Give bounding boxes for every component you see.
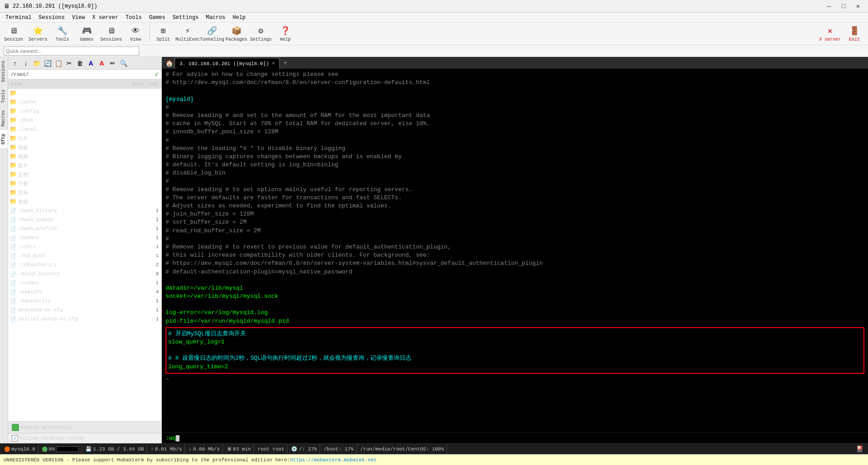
menu-terminal[interactable]: Terminal: [2, 14, 35, 22]
list-item[interactable]: 📁文档: [8, 170, 161, 179]
term-line: # Binary logging captures changes betwee…: [165, 153, 864, 161]
list-item[interactable]: 📁视频: [8, 152, 161, 161]
fp-new-folder-btn[interactable]: 📁: [32, 58, 42, 68]
file-name: 图片: [17, 162, 129, 169]
list-item[interactable]: 📄.bash_profile1: [8, 224, 161, 233]
list-item[interactable]: 📄.ICEauthority2: [8, 260, 161, 269]
fp-delete-btn[interactable]: 🗑: [75, 58, 85, 68]
menu-view[interactable]: View: [68, 14, 89, 22]
term-line: # Adjust sizes as needed, experiment to …: [165, 202, 864, 210]
list-item[interactable]: 📄.mysql_history0: [8, 269, 161, 278]
file-name: .dbus: [17, 117, 129, 123]
list-item[interactable]: 📄.Xauthority1: [8, 296, 161, 305]
disk-root-text: /: 27%: [299, 446, 317, 452]
mobatek-link[interactable]: https://mobaxterm.mobatek.net: [290, 457, 377, 463]
fp-edit-btn[interactable]: ✏: [108, 58, 118, 68]
terminal-content[interactable]: # For advice on how to change settings p…: [162, 69, 868, 432]
term-line: # http://dev.mysql.com/doc/refman/8.0/en…: [165, 79, 864, 87]
file-icon: 📄: [9, 315, 17, 323]
toolbar-tunneling[interactable]: 🔗 Tunneling: [200, 23, 224, 44]
list-item[interactable]: 📄initial-setup-ks.cfg1: [8, 315, 161, 324]
fp-refresh-btn[interactable]: 🔄: [42, 58, 52, 68]
list-item[interactable]: 📁.config: [8, 107, 161, 116]
list-item[interactable]: 📄.tcshrc1: [8, 278, 161, 287]
minimize-button[interactable]: —: [823, 1, 835, 11]
toolbar-sessions[interactable]: 🖥 Sessions: [99, 23, 123, 44]
follow-terminal[interactable]: Follow terminal folder: [8, 433, 161, 443]
list-item[interactable]: 📁公共: [8, 134, 161, 143]
tab-1[interactable]: 3. 192.168.10.201 ([mysql8.0]) ×: [175, 58, 280, 69]
list-item[interactable]: 📁.local: [8, 125, 161, 134]
status-bar: mysql8.0 0% 💾 1.23 GB / 3.84 GB ↑ 0.01 M…: [0, 443, 868, 454]
new-tab-button[interactable]: +: [280, 58, 291, 69]
toolbar-view[interactable]: 👁 View: [124, 23, 147, 44]
menu-games[interactable]: Games: [146, 14, 169, 22]
list-item[interactable]: 📁.cache: [8, 98, 161, 107]
list-item[interactable]: 📁..: [8, 89, 161, 98]
term-line: #: [165, 177, 864, 185]
toolbar-multiexec[interactable]: ⚡ MultiExec: [176, 23, 199, 44]
games-icon: 🎮: [81, 25, 92, 36]
maximize-button[interactable]: □: [837, 1, 850, 11]
toolbar-packages[interactable]: 📦 Packages: [225, 23, 248, 44]
term-line: # https://dev.mysql.com/doc/refman/8.0/e…: [165, 259, 864, 268]
toolbar-exit[interactable]: 🚪 Exit: [843, 23, 866, 44]
status-memory: 💾 1.23 GB / 3.84 GB: [83, 445, 147, 454]
toolbar-tools[interactable]: 🔧 Tools: [51, 23, 74, 44]
menu-xserver[interactable]: X server: [89, 14, 122, 22]
fp-cut-btn[interactable]: ✂: [64, 58, 74, 68]
sidebar-tab-macros[interactable]: Macros: [0, 107, 8, 130]
file-icon: 📄: [9, 207, 17, 215]
toolbar-xserver[interactable]: ✕ X server: [818, 23, 842, 44]
sidebar-tab-tools[interactable]: Tools: [0, 86, 8, 107]
file-size: 1: [129, 307, 160, 313]
quickconnect-input[interactable]: [4, 47, 139, 56]
tab-close-btn[interactable]: ×: [272, 61, 275, 67]
list-item[interactable]: 📄.cshrc1: [8, 242, 161, 251]
tab-home-btn[interactable]: 🏠: [164, 58, 175, 69]
list-item[interactable]: 📄.bash_history1: [8, 206, 161, 215]
sidebar-tab-sftp[interactable]: Sftp: [0, 130, 8, 148]
term-line: [168, 346, 862, 354]
list-item[interactable]: 📄anaconda-ks.cfg1: [8, 305, 161, 315]
fp-a2-btn[interactable]: A: [97, 58, 107, 68]
fp-up-btn[interactable]: ↑: [10, 58, 20, 68]
list-item[interactable]: 📁.dbus: [8, 116, 161, 125]
list-item[interactable]: 📄.bash_logout1: [8, 215, 161, 224]
sidebar-tab-sessions[interactable]: Sessions: [0, 57, 8, 86]
toolbar-session[interactable]: 🖥 Session: [2, 23, 25, 44]
list-item[interactable]: 📁图片: [8, 161, 161, 170]
list-item[interactable]: 📄.bashrc1: [8, 233, 161, 242]
file-icon: 📄: [9, 225, 17, 233]
fp-a1-btn[interactable]: A: [86, 58, 96, 68]
folder-icon: 📁: [9, 179, 17, 188]
fp-search-btn[interactable]: 🔍: [118, 58, 128, 68]
sessions-icon: 🖥: [106, 25, 117, 36]
toolbar-servers[interactable]: ⭐ Servers: [26, 23, 50, 44]
file-name: anaconda-ks.cfg: [17, 307, 129, 313]
follow-terminal-checkbox[interactable]: [12, 435, 18, 442]
list-item[interactable]: 📁下载: [8, 179, 161, 188]
toolbar-split[interactable]: ⊞ Split: [151, 23, 175, 44]
remote-monitor[interactable]: Remote monitoring: [12, 424, 71, 431]
cpu-dot: [42, 446, 47, 452]
file-icon: 📄: [9, 252, 17, 260]
toolbar-settings[interactable]: ⚙ Settings: [249, 23, 273, 44]
toolbar-help[interactable]: ❓ Help: [274, 23, 297, 44]
list-item[interactable]: 📁桌面: [8, 197, 161, 206]
toolbar-games[interactable]: 🎮 Games: [75, 23, 99, 44]
list-item[interactable]: 📁模板: [8, 143, 161, 152]
file-name: .ICEauthority: [17, 262, 129, 268]
list-item[interactable]: 📄.esd_auth1: [8, 251, 161, 260]
close-button[interactable]: ✕: [852, 1, 864, 11]
servers-icon: ⭐: [33, 25, 43, 36]
fp-copy-btn[interactable]: 📋: [53, 58, 63, 68]
menu-macros[interactable]: Macros: [202, 14, 229, 22]
menu-help[interactable]: Help: [229, 14, 250, 22]
list-item[interactable]: 📁音乐: [8, 188, 161, 197]
menu-tools[interactable]: Tools: [122, 14, 146, 22]
menu-sessions[interactable]: Sessions: [35, 14, 69, 22]
fp-down-btn[interactable]: ↓: [21, 58, 31, 68]
menu-settings[interactable]: Settings: [169, 14, 203, 22]
list-item[interactable]: 📄.viminfo4: [8, 287, 161, 296]
